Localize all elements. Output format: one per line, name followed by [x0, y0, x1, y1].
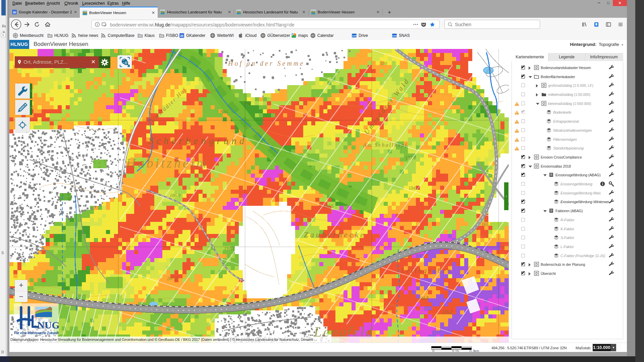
- svg-text:Zauberhecke: Zauberhecke: [304, 231, 366, 239]
- svg-text:30: 30: [13, 11, 16, 14]
- svg-text:190,5: 190,5: [323, 204, 334, 209]
- svg-text:Für eine lebenswerte Zukunft: Für eine lebenswerte Zukunft: [14, 331, 59, 335]
- svg-text:Habitzheim: Habitzheim: [126, 156, 208, 171]
- svg-text:235,2: 235,2: [442, 310, 453, 315]
- svg-text:186,9: 186,9: [170, 193, 180, 198]
- svg-text:Am Schallkopf: Am Schallkopf: [363, 142, 408, 148]
- svg-text:184,6: 184,6: [409, 186, 419, 191]
- svg-text:191,1: 191,1: [224, 246, 235, 251]
- svg-text:Hof an der Semme: Hof an der Semme: [228, 60, 305, 67]
- svg-text:194,8: 194,8: [418, 296, 429, 301]
- svg-text:NUG: NUG: [37, 319, 59, 330]
- svg-text:180: 180: [380, 61, 387, 66]
- svg-text:Leithgraben: Leithgraben: [401, 267, 452, 275]
- svg-text:20: 20: [180, 34, 183, 37]
- svg-text:NSG: NSG: [220, 109, 229, 114]
- svg-text:PW: PW: [244, 101, 252, 106]
- svg-text:Scherbengrund: Scherbengrund: [149, 135, 247, 146]
- svg-text:207,2: 207,2: [167, 276, 178, 281]
- svg-text:DSM: DSM: [392, 35, 396, 37]
- svg-text:165,8: 165,8: [482, 222, 492, 227]
- svg-text:187,4: 187,4: [405, 156, 416, 161]
- svg-text:DSM: DSM: [352, 35, 356, 37]
